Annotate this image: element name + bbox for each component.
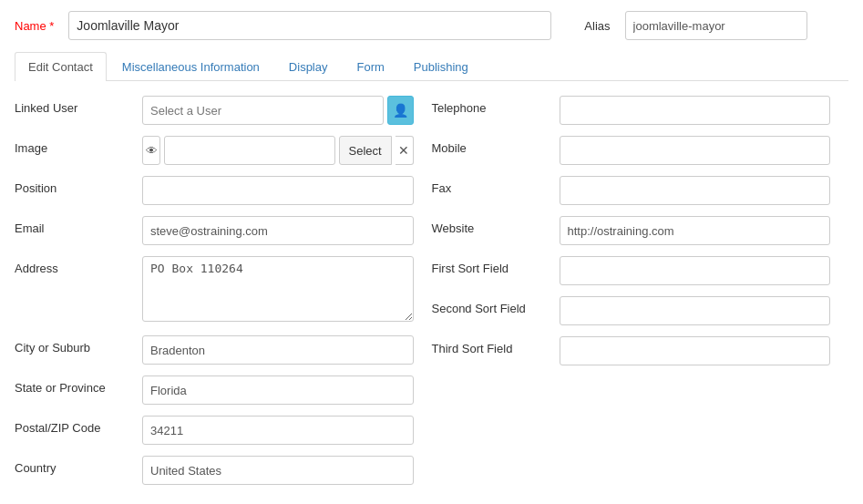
state-label: State or Province — [15, 375, 142, 395]
alias-label: Alias — [584, 19, 610, 33]
required-marker: * — [46, 19, 55, 33]
select-user-button[interactable]: 👤 — [387, 96, 414, 125]
address-textarea[interactable]: PO Box 110264 — [142, 256, 414, 322]
tab-display[interactable]: Display — [275, 52, 342, 81]
second-sort-input[interactable] — [560, 296, 831, 325]
left-column: Linked User 👤 Image 👁 — [15, 96, 432, 496]
tabs-bar: Edit Contact Miscellaneous Information D… — [15, 51, 848, 81]
city-row: City or Suburb — [15, 335, 414, 365]
fax-control — [560, 176, 831, 205]
state-row: State or Province — [15, 375, 414, 405]
image-clear-button[interactable]: ✕ — [396, 136, 414, 165]
country-control — [142, 456, 414, 485]
second-sort-control — [560, 296, 831, 325]
first-sort-label: First Sort Field — [432, 256, 560, 275]
tab-publishing[interactable]: Publishing — [400, 52, 482, 81]
country-input[interactable] — [142, 456, 414, 485]
state-input[interactable] — [142, 375, 414, 405]
linked-user-label: Linked User — [15, 96, 142, 115]
times-icon: ✕ — [398, 143, 409, 158]
tab-edit-contact[interactable]: Edit Contact — [15, 52, 107, 81]
city-input[interactable] — [142, 335, 414, 365]
state-control — [142, 375, 414, 405]
image-select-button[interactable]: Select — [339, 136, 392, 165]
image-label: Image — [15, 136, 142, 155]
email-input[interactable] — [142, 216, 414, 245]
city-control — [142, 335, 414, 365]
first-sort-input[interactable] — [560, 256, 831, 285]
telephone-input[interactable] — [560, 96, 831, 125]
second-sort-label: Second Sort Field — [432, 296, 560, 315]
address-row: Address PO Box 110264 — [15, 256, 414, 324]
country-row: Country — [15, 456, 414, 485]
mobile-row: Mobile — [432, 136, 831, 165]
tab-form[interactable]: Form — [343, 52, 397, 81]
fax-label: Fax — [432, 176, 560, 195]
mobile-input[interactable] — [560, 136, 831, 165]
city-label: City or Suburb — [15, 335, 142, 355]
postal-label: Postal/ZIP Code — [15, 416, 142, 435]
fax-row: Fax — [432, 176, 831, 205]
third-sort-input[interactable] — [560, 336, 831, 365]
fax-input[interactable] — [560, 176, 831, 205]
telephone-row: Telephone — [432, 96, 831, 125]
email-label: Email — [15, 216, 142, 235]
postal-input[interactable] — [142, 416, 414, 445]
postal-row: Postal/ZIP Code — [15, 416, 414, 445]
email-row: Email — [15, 216, 414, 245]
image-preview-button[interactable]: 👁 — [142, 136, 160, 165]
linked-user-input[interactable] — [142, 96, 384, 125]
address-control: PO Box 110264 — [142, 256, 414, 324]
name-label: Name * — [15, 19, 54, 33]
mobile-control — [560, 136, 831, 165]
second-sort-row: Second Sort Field — [432, 296, 831, 325]
position-control — [142, 176, 414, 205]
user-icon: 👤 — [393, 103, 408, 118]
third-sort-row: Third Sort Field — [432, 336, 831, 365]
linked-user-row: Linked User 👤 — [15, 96, 414, 125]
third-sort-control — [560, 336, 831, 365]
right-column: Telephone Mobile Fax We — [432, 96, 849, 496]
third-sort-label: Third Sort Field — [432, 336, 560, 355]
website-label: Website — [432, 216, 560, 235]
name-text: Name — [15, 19, 46, 33]
tab-misc-info[interactable]: Miscellaneous Information — [108, 52, 273, 81]
postal-control — [142, 416, 414, 445]
image-row: Image 👁 Select ✕ — [15, 136, 414, 165]
form-body: Linked User 👤 Image 👁 — [15, 96, 848, 496]
position-input[interactable] — [142, 176, 414, 205]
telephone-label: Telephone — [432, 96, 560, 115]
position-row: Position — [15, 176, 414, 205]
image-path-input[interactable] — [164, 136, 334, 165]
mobile-label: Mobile — [432, 136, 560, 155]
country-label: Country — [15, 456, 142, 475]
email-control — [142, 216, 414, 245]
linked-user-control: 👤 — [142, 96, 414, 125]
first-sort-control — [560, 256, 831, 285]
position-label: Position — [15, 176, 142, 195]
image-control: 👁 Select ✕ — [142, 136, 414, 165]
name-input[interactable] — [68, 11, 551, 40]
website-row: Website — [432, 216, 831, 245]
eye-icon: 👁 — [146, 144, 158, 158]
first-sort-row: First Sort Field — [432, 256, 831, 285]
website-input[interactable] — [560, 216, 831, 245]
telephone-control — [560, 96, 831, 125]
alias-input[interactable] — [625, 11, 807, 40]
website-control — [560, 216, 831, 245]
address-label: Address — [15, 256, 142, 275]
